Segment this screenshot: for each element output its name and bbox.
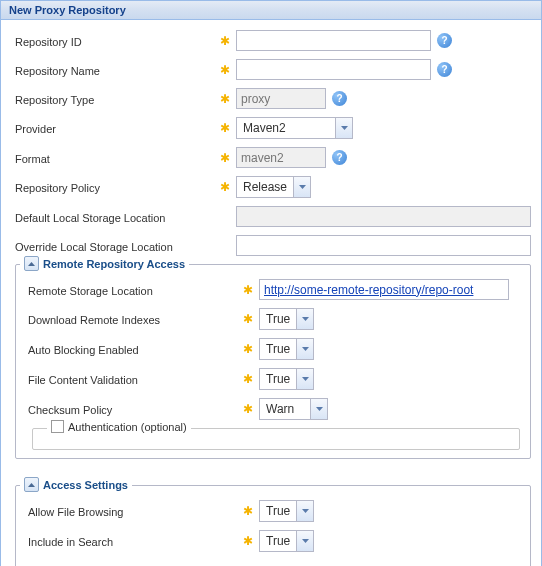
allow-browse-select[interactable]: True bbox=[259, 500, 314, 522]
include-search-label: Include in Search bbox=[28, 534, 243, 548]
required-icon: ✱ bbox=[220, 63, 230, 77]
auth-fieldset: Authentication (optional) bbox=[32, 428, 520, 450]
remote-access-fieldset: Remote Repository Access Remote Storage … bbox=[15, 264, 531, 459]
collapse-button[interactable] bbox=[24, 256, 39, 271]
chevron-down-icon[interactable] bbox=[296, 339, 313, 359]
help-icon[interactable]: ? bbox=[332, 91, 347, 106]
required-icon: ✱ bbox=[220, 180, 230, 194]
checksum-select[interactable]: Warn bbox=[259, 398, 328, 420]
repo-name-input[interactable] bbox=[236, 59, 431, 80]
required-icon: ✱ bbox=[220, 151, 230, 165]
auto-blocking-select[interactable]: True bbox=[259, 338, 314, 360]
chevron-down-icon[interactable] bbox=[296, 369, 313, 389]
default-storage-label: Default Local Storage Location bbox=[15, 210, 236, 224]
panel-title: New Proxy Repository bbox=[1, 1, 541, 20]
required-icon: ✱ bbox=[243, 312, 253, 326]
repo-name-label: Repository Name bbox=[15, 63, 220, 77]
required-icon: ✱ bbox=[243, 534, 253, 548]
required-icon: ✱ bbox=[220, 92, 230, 106]
provider-label: Provider bbox=[15, 121, 220, 135]
remote-storage-label: Remote Storage Location bbox=[28, 283, 243, 297]
format-label: Format bbox=[15, 151, 220, 165]
access-legend: Access Settings bbox=[43, 479, 128, 491]
repo-id-label: Repository ID bbox=[15, 34, 220, 48]
chevron-down-icon[interactable] bbox=[296, 309, 313, 329]
repo-type-input bbox=[236, 88, 326, 109]
chevron-down-icon[interactable] bbox=[335, 118, 352, 138]
remote-legend: Remote Repository Access bbox=[43, 258, 185, 270]
chevron-down-icon[interactable] bbox=[293, 177, 310, 197]
required-icon: ✱ bbox=[243, 372, 253, 386]
auth-legend: Authentication (optional) bbox=[68, 421, 187, 433]
required-icon: ✱ bbox=[243, 402, 253, 416]
repo-type-label: Repository Type bbox=[15, 92, 220, 106]
required-icon: ✱ bbox=[243, 342, 253, 356]
help-icon[interactable]: ? bbox=[437, 62, 452, 77]
repo-id-input[interactable] bbox=[236, 30, 431, 51]
chevron-down-icon[interactable] bbox=[296, 531, 313, 551]
policy-label: Repository Policy bbox=[15, 180, 220, 194]
auth-checkbox[interactable] bbox=[51, 420, 64, 433]
access-settings-fieldset: Access Settings Allow File Browsing ✱ Tr… bbox=[15, 485, 531, 566]
allow-browse-label: Allow File Browsing bbox=[28, 504, 243, 518]
collapse-button[interactable] bbox=[24, 477, 39, 492]
chevron-down-icon[interactable] bbox=[310, 399, 327, 419]
checksum-label: Checksum Policy bbox=[28, 402, 243, 416]
help-icon[interactable]: ? bbox=[437, 33, 452, 48]
override-storage-input[interactable] bbox=[236, 235, 531, 256]
help-icon[interactable]: ? bbox=[332, 150, 347, 165]
required-icon: ✱ bbox=[243, 283, 253, 297]
chevron-down-icon[interactable] bbox=[296, 501, 313, 521]
override-storage-label: Override Local Storage Location bbox=[15, 239, 236, 253]
auto-blocking-label: Auto Blocking Enabled bbox=[28, 342, 243, 356]
policy-select[interactable]: Release bbox=[236, 176, 311, 198]
file-validation-select[interactable]: True bbox=[259, 368, 314, 390]
required-icon: ✱ bbox=[220, 121, 230, 135]
remote-storage-input[interactable] bbox=[259, 279, 509, 300]
default-storage-input bbox=[236, 206, 531, 227]
format-input bbox=[236, 147, 326, 168]
include-search-select[interactable]: True bbox=[259, 530, 314, 552]
required-icon: ✱ bbox=[243, 504, 253, 518]
provider-select[interactable]: Maven2 bbox=[236, 117, 353, 139]
file-validation-label: File Content Validation bbox=[28, 372, 243, 386]
download-indexes-label: Download Remote Indexes bbox=[28, 312, 243, 326]
required-icon: ✱ bbox=[220, 34, 230, 48]
download-indexes-select[interactable]: True bbox=[259, 308, 314, 330]
